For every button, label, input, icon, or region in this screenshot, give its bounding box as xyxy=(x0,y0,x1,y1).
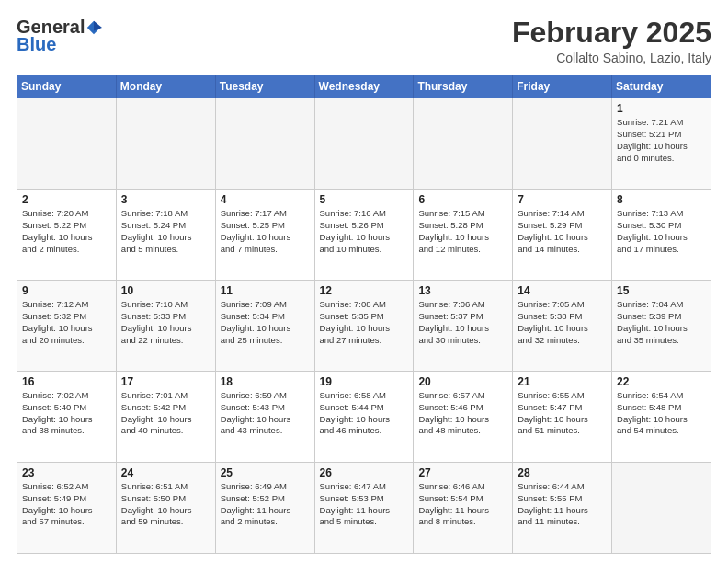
calendar-cell: 13Sunrise: 7:06 AM Sunset: 5:37 PM Dayli… xyxy=(414,281,513,372)
day-number: 4 xyxy=(221,193,310,206)
calendar-cell: 24Sunrise: 6:51 AM Sunset: 5:50 PM Dayli… xyxy=(116,463,215,554)
calendar-week-4: 16Sunrise: 7:02 AM Sunset: 5:40 PM Dayli… xyxy=(17,372,711,463)
day-number: 5 xyxy=(320,193,409,206)
calendar-cell: 12Sunrise: 7:08 AM Sunset: 5:35 PM Dayli… xyxy=(314,281,414,372)
day-header-saturday: Saturday xyxy=(612,75,711,98)
day-info: Sunrise: 6:46 AM Sunset: 5:54 PM Dayligh… xyxy=(418,481,507,528)
day-header-thursday: Thursday xyxy=(414,75,513,98)
header: General Blue February 2025 Collalto Sabi… xyxy=(17,17,711,65)
calendar-cell xyxy=(513,98,612,190)
calendar-cell: 28Sunrise: 6:44 AM Sunset: 5:55 PM Dayli… xyxy=(513,463,612,554)
day-number: 18 xyxy=(221,375,310,388)
day-info: Sunrise: 6:49 AM Sunset: 5:52 PM Dayligh… xyxy=(221,481,310,528)
day-number: 3 xyxy=(121,193,210,206)
calendar-cell xyxy=(414,98,513,190)
calendar-week-5: 23Sunrise: 6:52 AM Sunset: 5:49 PM Dayli… xyxy=(17,463,711,554)
day-number: 26 xyxy=(320,466,409,479)
calendar-cell: 26Sunrise: 6:47 AM Sunset: 5:53 PM Dayli… xyxy=(314,463,414,554)
calendar-cell xyxy=(215,98,314,190)
calendar-cell: 10Sunrise: 7:10 AM Sunset: 5:33 PM Dayli… xyxy=(116,281,215,372)
day-number: 7 xyxy=(518,193,607,206)
calendar-cell: 14Sunrise: 7:05 AM Sunset: 5:38 PM Dayli… xyxy=(513,281,612,372)
day-number: 12 xyxy=(320,284,409,297)
day-info: Sunrise: 7:05 AM Sunset: 5:38 PM Dayligh… xyxy=(518,299,607,346)
day-info: Sunrise: 6:44 AM Sunset: 5:55 PM Dayligh… xyxy=(518,481,607,528)
day-info: Sunrise: 7:21 AM Sunset: 5:21 PM Dayligh… xyxy=(617,117,706,164)
calendar-cell: 6Sunrise: 7:15 AM Sunset: 5:28 PM Daylig… xyxy=(414,190,513,281)
day-header-friday: Friday xyxy=(513,75,612,98)
day-info: Sunrise: 7:18 AM Sunset: 5:24 PM Dayligh… xyxy=(121,208,210,255)
calendar-cell xyxy=(612,463,711,554)
calendar-cell xyxy=(116,98,215,190)
day-number: 6 xyxy=(418,193,507,206)
day-info: Sunrise: 6:55 AM Sunset: 5:47 PM Dayligh… xyxy=(518,390,607,437)
day-info: Sunrise: 7:16 AM Sunset: 5:26 PM Dayligh… xyxy=(320,208,409,255)
calendar-cell: 7Sunrise: 7:14 AM Sunset: 5:29 PM Daylig… xyxy=(513,190,612,281)
calendar-cell: 2Sunrise: 7:20 AM Sunset: 5:22 PM Daylig… xyxy=(17,190,117,281)
day-number: 22 xyxy=(617,375,706,388)
logo-icon xyxy=(85,19,102,36)
day-header-tuesday: Tuesday xyxy=(215,75,314,98)
day-header-monday: Monday xyxy=(116,75,215,98)
calendar-cell: 15Sunrise: 7:04 AM Sunset: 5:39 PM Dayli… xyxy=(612,281,711,372)
title-block: February 2025 Collalto Sabino, Lazio, It… xyxy=(512,17,711,65)
month-title: February 2025 xyxy=(512,17,711,49)
day-info: Sunrise: 7:20 AM Sunset: 5:22 PM Dayligh… xyxy=(22,208,111,255)
calendar-cell: 3Sunrise: 7:18 AM Sunset: 5:24 PM Daylig… xyxy=(116,190,215,281)
calendar-cell: 20Sunrise: 6:57 AM Sunset: 5:46 PM Dayli… xyxy=(414,372,513,463)
page: General Blue February 2025 Collalto Sabi… xyxy=(0,0,728,563)
calendar-cell: 1Sunrise: 7:21 AM Sunset: 5:21 PM Daylig… xyxy=(612,98,711,190)
calendar-cell: 9Sunrise: 7:12 AM Sunset: 5:32 PM Daylig… xyxy=(17,281,117,372)
day-info: Sunrise: 6:57 AM Sunset: 5:46 PM Dayligh… xyxy=(418,390,507,437)
logo: General Blue xyxy=(17,17,102,55)
day-info: Sunrise: 6:54 AM Sunset: 5:48 PM Dayligh… xyxy=(617,390,706,437)
day-number: 1 xyxy=(617,102,706,115)
day-info: Sunrise: 6:52 AM Sunset: 5:49 PM Dayligh… xyxy=(22,481,111,528)
day-info: Sunrise: 7:13 AM Sunset: 5:30 PM Dayligh… xyxy=(617,208,706,255)
logo-blue-text: Blue xyxy=(17,34,56,55)
calendar-cell xyxy=(17,98,117,190)
day-info: Sunrise: 7:02 AM Sunset: 5:40 PM Dayligh… xyxy=(22,390,111,437)
day-number: 27 xyxy=(418,466,507,479)
day-info: Sunrise: 7:12 AM Sunset: 5:32 PM Dayligh… xyxy=(22,299,111,346)
day-number: 19 xyxy=(320,375,409,388)
day-info: Sunrise: 6:59 AM Sunset: 5:43 PM Dayligh… xyxy=(221,390,310,437)
calendar-week-3: 9Sunrise: 7:12 AM Sunset: 5:32 PM Daylig… xyxy=(17,281,711,372)
calendar-cell: 8Sunrise: 7:13 AM Sunset: 5:30 PM Daylig… xyxy=(612,190,711,281)
calendar-cell: 16Sunrise: 7:02 AM Sunset: 5:40 PM Dayli… xyxy=(17,372,117,463)
calendar-cell: 21Sunrise: 6:55 AM Sunset: 5:47 PM Dayli… xyxy=(513,372,612,463)
day-number: 17 xyxy=(121,375,210,388)
day-number: 13 xyxy=(418,284,507,297)
day-number: 16 xyxy=(22,375,111,388)
day-info: Sunrise: 7:01 AM Sunset: 5:42 PM Dayligh… xyxy=(121,390,210,437)
day-number: 9 xyxy=(22,284,111,297)
day-info: Sunrise: 6:51 AM Sunset: 5:50 PM Dayligh… xyxy=(121,481,210,528)
calendar-cell: 17Sunrise: 7:01 AM Sunset: 5:42 PM Dayli… xyxy=(116,372,215,463)
calendar-cell: 4Sunrise: 7:17 AM Sunset: 5:25 PM Daylig… xyxy=(215,190,314,281)
calendar-cell: 23Sunrise: 6:52 AM Sunset: 5:49 PM Dayli… xyxy=(17,463,117,554)
day-number: 14 xyxy=(518,284,607,297)
calendar-table: SundayMondayTuesdayWednesdayThursdayFrid… xyxy=(17,75,711,554)
day-number: 20 xyxy=(418,375,507,388)
calendar-cell: 22Sunrise: 6:54 AM Sunset: 5:48 PM Dayli… xyxy=(612,372,711,463)
calendar-cell: 25Sunrise: 6:49 AM Sunset: 5:52 PM Dayli… xyxy=(215,463,314,554)
calendar-cell: 19Sunrise: 6:58 AM Sunset: 5:44 PM Dayli… xyxy=(314,372,414,463)
day-header-wednesday: Wednesday xyxy=(314,75,414,98)
day-info: Sunrise: 7:09 AM Sunset: 5:34 PM Dayligh… xyxy=(221,299,310,346)
day-info: Sunrise: 7:17 AM Sunset: 5:25 PM Dayligh… xyxy=(221,208,310,255)
day-number: 10 xyxy=(121,284,210,297)
day-number: 24 xyxy=(121,466,210,479)
day-number: 15 xyxy=(617,284,706,297)
calendar-cell xyxy=(314,98,414,190)
calendar-cell: 27Sunrise: 6:46 AM Sunset: 5:54 PM Dayli… xyxy=(414,463,513,554)
day-number: 28 xyxy=(518,466,607,479)
day-info: Sunrise: 6:47 AM Sunset: 5:53 PM Dayligh… xyxy=(320,481,409,528)
day-info: Sunrise: 7:14 AM Sunset: 5:29 PM Dayligh… xyxy=(518,208,607,255)
day-number: 8 xyxy=(617,193,706,206)
day-number: 21 xyxy=(518,375,607,388)
day-info: Sunrise: 7:06 AM Sunset: 5:37 PM Dayligh… xyxy=(418,299,507,346)
day-info: Sunrise: 7:08 AM Sunset: 5:35 PM Dayligh… xyxy=(320,299,409,346)
day-header-sunday: Sunday xyxy=(17,75,117,98)
calendar-week-2: 2Sunrise: 7:20 AM Sunset: 5:22 PM Daylig… xyxy=(17,190,711,281)
day-info: Sunrise: 7:04 AM Sunset: 5:39 PM Dayligh… xyxy=(617,299,706,346)
